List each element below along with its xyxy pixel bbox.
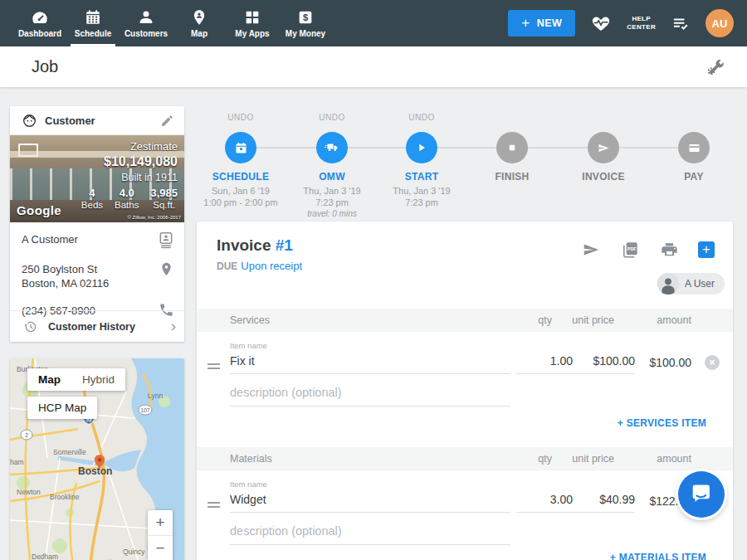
streetview-photo-icon[interactable] bbox=[18, 144, 38, 157]
heart-pulse-icon[interactable] bbox=[590, 13, 612, 33]
zestimate-overlay: Zestimate $10,149,080 Built in 1911 4Bed… bbox=[81, 140, 178, 210]
remove-service-item-button[interactable]: × bbox=[705, 355, 720, 370]
zestimate-stats: 4Beds 4.0Baths 3,985Sq.ft. bbox=[81, 187, 178, 210]
service-amount: $100.00 bbox=[612, 356, 691, 369]
due-label: DUE bbox=[217, 261, 237, 272]
customer-card-header: Customer bbox=[10, 106, 184, 135]
stop-icon bbox=[506, 142, 518, 153]
map-type-hybrid-button[interactable]: Hybrid bbox=[71, 368, 125, 391]
service-item-row: Item name $100.00 × bbox=[197, 336, 733, 384]
zillow-copyright: © Zillow, Inc. 2006-2017 bbox=[128, 215, 181, 220]
activity-list-icon[interactable] bbox=[671, 14, 691, 32]
omw-step-button[interactable] bbox=[316, 132, 348, 163]
money-icon: $ bbox=[296, 8, 315, 27]
nav-item-my-money[interactable]: $ My Money bbox=[279, 0, 332, 46]
credit-card-icon[interactable] bbox=[678, 132, 710, 163]
svg-text:Boston: Boston bbox=[78, 465, 112, 477]
service-description-input[interactable] bbox=[230, 384, 510, 407]
nav-item-map[interactable]: Map bbox=[173, 0, 226, 46]
map-zoom-control: + − bbox=[148, 510, 173, 560]
new-button-label: NEW bbox=[537, 17, 563, 29]
nav-item-my-apps[interactable]: My Apps bbox=[226, 0, 279, 46]
add-materials-item-link[interactable]: + MATERIALS ITEM bbox=[610, 552, 706, 560]
map-zoom-in-button[interactable]: + bbox=[148, 510, 173, 535]
schedule-step-button[interactable] bbox=[225, 132, 256, 163]
nav-label: My Money bbox=[286, 29, 325, 38]
zestimate-value: $10,149,080 bbox=[81, 154, 178, 169]
svg-text:Lynn: Lynn bbox=[148, 392, 163, 400]
sqft-value: 3,985 bbox=[150, 187, 178, 199]
google-logo: Google bbox=[17, 203, 61, 217]
step-date: Thu, Jan 3 '197:23 pm bbox=[286, 185, 378, 208]
svg-text:107: 107 bbox=[141, 407, 150, 413]
user-avatar[interactable]: AU bbox=[706, 9, 734, 37]
timeline-step-invoice: INVOICE bbox=[558, 108, 649, 183]
due-value-link[interactable]: Upon receipt bbox=[241, 260, 302, 272]
amount-column-header: amount bbox=[618, 453, 691, 465]
invoice-number[interactable]: #1 bbox=[276, 236, 293, 254]
svg-text:Dedham: Dedham bbox=[32, 553, 58, 560]
nav-item-dashboard[interactable]: Dashboard bbox=[13, 0, 66, 46]
nav-item-customers[interactable]: Customers bbox=[120, 0, 173, 46]
add-services-item-link[interactable]: + SERVICES ITEM bbox=[618, 417, 706, 429]
print-icon[interactable] bbox=[660, 241, 679, 259]
svg-text:$: $ bbox=[303, 12, 308, 22]
svg-text:Quincy: Quincy bbox=[123, 548, 145, 556]
service-name-input[interactable] bbox=[230, 353, 510, 374]
drag-handle-icon[interactable] bbox=[208, 361, 220, 372]
zestimate-photo[interactable]: Zestimate $10,149,080 Built in 1911 4Bed… bbox=[10, 135, 184, 222]
qty-column-header: qty bbox=[490, 453, 552, 465]
nav-item-schedule[interactable]: Schedule bbox=[66, 0, 120, 46]
svg-text:Brookline: Brookline bbox=[50, 493, 80, 501]
nav-label: Schedule bbox=[75, 29, 111, 38]
material-name-input[interactable] bbox=[230, 491, 510, 513]
travel-time: travel: 0 mins bbox=[286, 209, 378, 218]
undo-omw-button[interactable]: UNDO bbox=[286, 113, 378, 124]
timeline-step-omw: UNDO OMW Thu, Jan 3 '197:23 pm travel: 0… bbox=[286, 108, 378, 218]
nav-label: My Apps bbox=[235, 29, 269, 38]
customer-name: A Customer bbox=[22, 231, 158, 246]
material-description-input[interactable] bbox=[230, 523, 510, 545]
play-icon bbox=[415, 141, 428, 154]
service-qty-input[interactable] bbox=[516, 353, 573, 374]
help-center-line1: HELP bbox=[627, 15, 656, 23]
pdf-icon[interactable]: PDF bbox=[620, 240, 641, 260]
customer-history-row[interactable]: Customer History › bbox=[10, 310, 184, 342]
add-invoice-item-button[interactable]: + bbox=[698, 241, 715, 258]
hcp-map-button[interactable]: HCP Map bbox=[27, 397, 97, 419]
materials-section-header: Materials qty unit price amount bbox=[197, 447, 733, 470]
assigned-user-name: A User bbox=[685, 278, 715, 290]
material-qty-input[interactable] bbox=[516, 491, 573, 513]
invoice-step-button[interactable] bbox=[588, 132, 619, 163]
job-settings-icon[interactable] bbox=[706, 57, 725, 77]
invoice-title: Invoice #1 bbox=[217, 236, 293, 255]
map-type-map-button[interactable]: Map bbox=[27, 368, 71, 391]
baths-value: 4.0 bbox=[115, 187, 139, 199]
step-label: START bbox=[376, 171, 467, 183]
edit-pencil-icon[interactable] bbox=[160, 114, 174, 128]
chat-launcher-button[interactable] bbox=[678, 471, 725, 518]
map-zoom-out-button[interactable]: − bbox=[148, 536, 173, 560]
user-silhouette-icon bbox=[657, 273, 679, 295]
zestimate-label: Zestimate bbox=[81, 140, 178, 153]
chevron-right-icon: › bbox=[171, 318, 176, 334]
undo-start-button[interactable]: UNDO bbox=[376, 113, 467, 124]
help-center-button[interactable]: HELP CENTER bbox=[627, 15, 656, 32]
dashboard-icon bbox=[31, 8, 49, 27]
start-step-button[interactable] bbox=[406, 132, 437, 163]
location-pin-icon[interactable] bbox=[159, 261, 174, 278]
nav-label: Map bbox=[191, 29, 208, 38]
contact-card-icon[interactable] bbox=[158, 231, 174, 249]
drag-handle-icon[interactable] bbox=[208, 499, 220, 510]
send-invoice-icon[interactable] bbox=[581, 241, 601, 259]
assigned-user-chip[interactable]: A User bbox=[657, 273, 725, 295]
nav-label: Dashboard bbox=[18, 29, 61, 38]
step-date: Thu, Jan 3 '197:23 pm bbox=[376, 185, 467, 208]
new-button[interactable]: + NEW bbox=[508, 10, 575, 37]
customer-name-row: A Customer bbox=[10, 222, 184, 252]
page-title: Job bbox=[32, 57, 58, 76]
timeline-step-pay: PAY bbox=[648, 108, 740, 183]
finish-step-button[interactable] bbox=[496, 132, 528, 163]
material-item-row: Item name $122.97 × bbox=[197, 475, 733, 523]
undo-schedule-button[interactable]: UNDO bbox=[195, 113, 286, 124]
